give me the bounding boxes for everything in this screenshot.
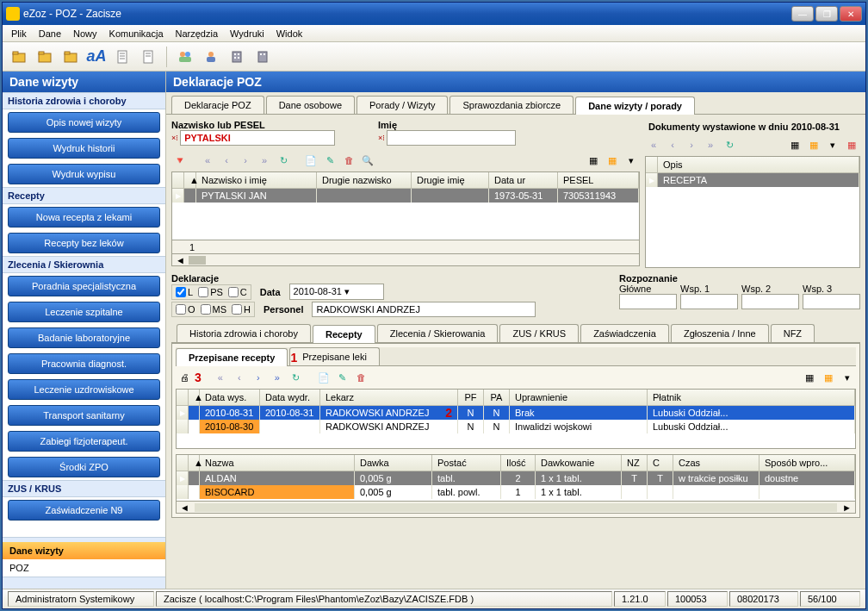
lgh-nazwa[interactable]: Nazwa <box>200 455 355 471</box>
btn-transport[interactable]: Transport sanitarny <box>8 405 160 426</box>
menu-wydruki[interactable]: Wydruki <box>225 27 270 41</box>
rgh-platnik[interactable]: Płatnik <box>648 390 855 405</box>
users-icon[interactable] <box>174 46 196 68</box>
rec-copy-icon[interactable]: 📄 <box>315 369 332 386</box>
gh-opis[interactable]: Opis <box>658 157 859 172</box>
btn-zabiegi-fizjo[interactable]: Zabiegi fizjoterapeut. <box>8 431 160 452</box>
rgh-uprawnienie[interactable]: Uprawnienie <box>510 390 648 405</box>
rec-delete-icon[interactable]: 🗑 <box>353 369 370 386</box>
maximize-button[interactable]: ❐ <box>815 6 838 22</box>
lek-row-2[interactable]: BISOCARD 0,005 g tabl. powl. 1 1 x 1 tab… <box>177 485 855 499</box>
btn-recepty-bez-lekow[interactable]: Recepty bez leków <box>8 233 160 253</box>
clear-nazwisko-icon[interactable]: ×⁝ <box>171 134 178 142</box>
view3-dropdown-icon[interactable]: ▾ <box>623 152 640 169</box>
check-l[interactable]: L <box>176 287 193 297</box>
menu-nowy[interactable]: Nowy <box>68 27 102 41</box>
input-nazwisko[interactable] <box>180 130 335 146</box>
rec-view1-icon[interactable]: ▦ <box>801 369 818 386</box>
section-historia[interactable]: Historia zdrowia i choroby <box>3 92 165 109</box>
rec-first-icon[interactable]: « <box>212 369 229 386</box>
input-imie[interactable] <box>387 130 516 146</box>
tab-dane-wizyty-porady[interactable]: Dane wizyty / porady <box>575 97 695 115</box>
rec-last-icon[interactable]: » <box>269 369 286 386</box>
subtab-przepisane-leki[interactable]: Przepisane leki <box>289 347 380 365</box>
section-recepty[interactable]: Recepty <box>3 187 165 204</box>
doc-last-icon[interactable]: » <box>702 136 719 153</box>
rgh-pa[interactable]: PA <box>484 390 510 405</box>
tab-historia[interactable]: Historia zdrowia i choroby <box>177 324 311 342</box>
lgh-ilosc[interactable]: Ilość <box>501 455 536 471</box>
doc-refresh-icon[interactable]: ↻ <box>721 136 738 153</box>
folder1-icon[interactable] <box>8 46 30 68</box>
input-wsp2[interactable] <box>741 294 799 309</box>
btn-badanie-lab[interactable]: Badanie laboratoryjne <box>8 327 160 348</box>
btn-poradnia[interactable]: Poradnia specjalistyczna <box>8 276 160 296</box>
lgh-dawkowanie[interactable]: Dawkowanie <box>536 455 622 471</box>
font-icon[interactable]: aA <box>85 46 108 68</box>
tab-dane-osobowe[interactable]: Dane osobowe <box>266 96 355 114</box>
leki-hscroll-right-icon[interactable]: ► <box>839 502 855 513</box>
select-personel[interactable]: RADKOWSKI ANDRZEJ <box>312 302 536 317</box>
user-icon[interactable] <box>200 46 222 68</box>
building2-icon[interactable] <box>251 46 274 68</box>
rec-prev-icon[interactable]: ‹ <box>231 369 248 386</box>
nav-dane-wizyty[interactable]: Dane wizyty <box>3 542 165 559</box>
recepta-row-1[interactable]: ▶ 2010-08-31 2010-08-31 RADKOWSKI ANDRZE… <box>177 406 855 420</box>
check-o[interactable]: O <box>176 304 195 315</box>
gh-data-ur[interactable]: Data ur <box>489 172 558 188</box>
view1-icon[interactable]: ▦ <box>585 152 602 169</box>
hscroll-left-icon[interactable]: ◄ <box>172 255 189 265</box>
lgh-nz[interactable]: NZ <box>622 455 648 471</box>
btn-leczenie-szpitalne[interactable]: Leczenie szpitalne <box>8 302 160 322</box>
doc-first-icon[interactable]: « <box>645 136 662 153</box>
btn-srodki-zpo[interactable]: Środki ZPO <box>8 457 160 477</box>
delete-icon[interactable]: 🗑 <box>340 152 357 169</box>
gh-drugie-imie[interactable]: Drugie imię <box>412 172 489 188</box>
doc-prev-icon[interactable]: ‹ <box>664 136 681 153</box>
building1-icon[interactable] <box>226 46 248 68</box>
tab-nfz[interactable]: NFZ <box>771 324 815 342</box>
check-ms[interactable]: MS <box>201 304 227 315</box>
close-button[interactable]: ✕ <box>840 6 862 22</box>
check-c[interactable]: C <box>228 287 247 297</box>
doc1-icon[interactable] <box>111 46 133 68</box>
rec-refresh-icon[interactable]: ↻ <box>288 369 305 386</box>
section-zlecenia[interactable]: Zlecenia / Skierownia <box>3 256 165 273</box>
btn-zaswiadczenie-n9[interactable]: Zaświadczenie N9 <box>8 500 160 521</box>
input-glowne[interactable] <box>619 294 677 309</box>
rgh-data-wys[interactable]: Data wys. <box>200 390 260 405</box>
rec-view2-icon[interactable]: ▦ <box>820 369 837 386</box>
edit-icon[interactable]: ✎ <box>321 152 338 169</box>
last-icon[interactable]: » <box>256 152 273 169</box>
nav-poz[interactable]: POZ <box>3 559 165 577</box>
print-icon[interactable]: 🖨 <box>176 369 193 386</box>
btn-wydruk-historii[interactable]: Wydruk historii <box>8 138 160 159</box>
tab-zaswiadczenia[interactable]: Zaświadczenia <box>580 324 669 342</box>
leki-hscroll-left-icon[interactable]: ◄ <box>177 502 193 513</box>
doc-view3-icon[interactable]: ▾ <box>824 136 841 153</box>
tab-recepty[interactable]: Recepty <box>313 325 375 343</box>
menu-komunikacja[interactable]: Komunikacja <box>104 27 169 41</box>
lgh-c[interactable]: C <box>648 455 673 471</box>
doc-view1-icon[interactable]: ▦ <box>786 136 803 153</box>
lgh-postac[interactable]: Postać <box>432 455 501 471</box>
btn-wydruk-wypisu[interactable]: Wydruk wypisu <box>8 164 160 184</box>
doc-grid-icon[interactable]: ▦ <box>843 136 860 153</box>
tab-porady-wizyty[interactable]: Porady / Wizyty <box>356 96 448 114</box>
find-icon[interactable]: 🔍 <box>359 152 376 169</box>
document-row[interactable]: ▶ RECEPTA <box>646 173 859 187</box>
first-icon[interactable]: « <box>199 152 216 169</box>
rgh-lekarz[interactable]: Lekarz <box>320 390 458 405</box>
btn-leczenie-uzdro[interactable]: Leczenie uzdrowiskowe <box>8 379 160 400</box>
menu-dane[interactable]: Dane <box>34 27 66 41</box>
btn-pracownia-diag[interactable]: Pracownia diagnost. <box>8 353 160 374</box>
tab-zus-krus[interactable]: ZUS / KRUS <box>499 324 579 342</box>
minimize-button[interactable]: — <box>791 6 814 22</box>
input-wsp1[interactable] <box>680 294 738 309</box>
check-h[interactable]: H <box>232 304 251 315</box>
tab-sprawozdania[interactable]: Sprawozdania zbiorcze <box>450 96 574 114</box>
menu-plik[interactable]: Plik <box>6 27 32 41</box>
recepta-row-2[interactable]: 2010-08-30 RADKOWSKI ANDRZEJ N N Inwalid… <box>177 420 855 433</box>
menu-widok[interactable]: Widok <box>271 27 308 41</box>
rec-view3-icon[interactable]: ▾ <box>839 369 856 386</box>
